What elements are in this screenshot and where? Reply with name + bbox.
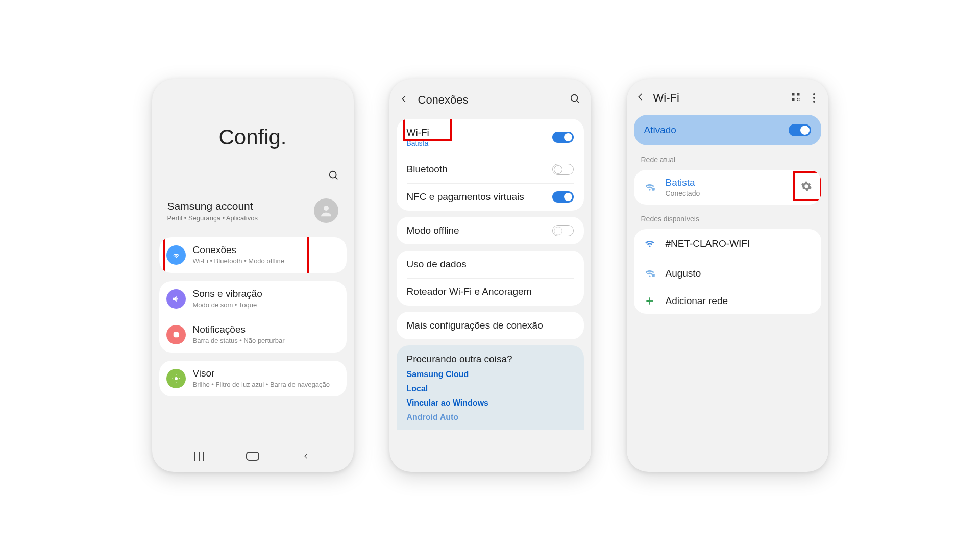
page-title: Wi-Fi <box>653 91 782 105</box>
bluetooth-toggle[interactable] <box>552 164 574 175</box>
notif-icon <box>166 325 186 344</box>
avatar[interactable] <box>314 198 338 223</box>
add-network-row[interactable]: Adicionar rede <box>634 288 821 314</box>
conn-card-2: Modo offline <box>397 217 584 244</box>
account-title: Samsung account <box>167 200 258 212</box>
account-subtitle: Perfil • Segurança • Aplicativos <box>167 214 258 222</box>
display-row[interactable]: Visor Brilho • Filtro de luz azul • Barr… <box>159 361 347 396</box>
android-navbar <box>152 443 354 472</box>
notif-text: Notificações Barra de status • Não pertu… <box>193 324 285 345</box>
samsung-account-row[interactable]: Samsung account Perfil • Segurança • Apl… <box>159 192 347 229</box>
nav-home-button[interactable] <box>246 452 259 461</box>
network-name-1: Augusto <box>666 268 701 279</box>
display-title: Visor <box>193 368 330 379</box>
page-title: Conexões <box>418 93 570 107</box>
wifi-toggle[interactable] <box>552 132 574 143</box>
nfc-title: NFC e pagamentos virtuais <box>407 191 524 203</box>
help-link-samsungcloud[interactable]: Samsung Cloud <box>407 370 574 379</box>
sound-row[interactable]: Sons e vibração Modo de som • Toque <box>159 281 347 317</box>
sound-icon <box>166 289 186 309</box>
display-sub: Brilho • Filtro de luz azul • Barra de n… <box>193 381 330 389</box>
sound-title: Sons e vibração <box>193 288 262 299</box>
more-conn-title: Mais configurações de conexão <box>407 320 543 331</box>
current-network-status: Conectado <box>666 189 700 197</box>
svg-rect-11 <box>652 188 654 190</box>
wifi-signal-secure-icon <box>643 266 656 281</box>
connections-header: Conexões <box>389 79 591 116</box>
svg-point-4 <box>175 377 178 380</box>
settings-card-display: Visor Brilho • Filtro de luz azul • Barr… <box>159 361 347 396</box>
help-link-androidauto[interactable]: Android Auto <box>407 413 574 422</box>
more-conn-row[interactable]: Mais configurações de conexão <box>397 312 584 339</box>
help-title: Procurando outra coisa? <box>407 354 574 365</box>
offline-title: Modo offline <box>407 225 459 236</box>
router-title: Roteador Wi-Fi e Ancoragem <box>407 286 532 297</box>
connections-text: Conexões Wi-Fi • Bluetooth • Modo offlin… <box>193 244 284 266</box>
page-title: Config. <box>152 125 354 149</box>
current-network-row[interactable]: Batista Conectado <box>634 170 821 205</box>
network-row-1[interactable]: Augusto <box>634 259 821 288</box>
router-row[interactable]: Roteador Wi-Fi e Ancoragem <box>397 278 584 306</box>
network-row-0[interactable]: #NET-CLARO-WIFI <box>634 229 821 259</box>
phone-connections: Conexões Wi-Fi Batista Bluetooth NFC e p… <box>389 79 591 472</box>
offline-toggle[interactable] <box>552 225 574 236</box>
offline-row[interactable]: Modo offline <box>397 217 584 244</box>
wifi-icon <box>166 245 186 265</box>
display-icon <box>166 369 186 388</box>
available-networks-label: Redes disponíveis <box>641 215 828 223</box>
notif-sub: Barra de status • Não perturbar <box>193 337 285 345</box>
account-text: Samsung account Perfil • Segurança • Apl… <box>167 200 258 222</box>
settings-card-conn: Conexões Wi-Fi • Bluetooth • Modo offlin… <box>159 237 347 273</box>
notif-title: Notificações <box>193 324 285 335</box>
bluetooth-title: Bluetooth <box>407 164 448 175</box>
wifi-master-toggle[interactable] <box>789 124 811 136</box>
sound-text: Sons e vibração Modo de som • Toque <box>193 288 262 310</box>
current-network-name: Batista <box>666 177 700 188</box>
search-icon[interactable] <box>328 170 339 183</box>
svg-rect-3 <box>173 332 179 337</box>
help-link-local[interactable]: Local <box>407 384 574 393</box>
qr-icon[interactable] <box>791 92 801 104</box>
highlight-gear <box>793 171 821 201</box>
more-icon[interactable] <box>809 93 819 103</box>
nav-back-button[interactable] <box>300 453 313 460</box>
data-row[interactable]: Uso de dados <box>397 251 584 278</box>
phone-settings: Config. Samsung account Perfil • Seguran… <box>152 79 354 472</box>
add-network-label: Adicionar rede <box>666 295 728 307</box>
help-link-windows[interactable]: Vincular ao Windows <box>407 398 574 408</box>
help-card: Procurando outra coisa? Samsung Cloud Lo… <box>397 345 584 430</box>
notif-row[interactable]: Notificações Barra de status • Não pertu… <box>159 317 347 353</box>
data-title: Uso de dados <box>407 259 467 270</box>
svg-point-9 <box>571 95 577 102</box>
nfc-row[interactable]: NFC e pagamentos virtuais <box>397 183 584 211</box>
svg-rect-12 <box>652 274 654 277</box>
connections-row[interactable]: Conexões Wi-Fi • Bluetooth • Modo offlin… <box>159 237 347 273</box>
svg-line-10 <box>576 101 579 103</box>
activated-label: Ativado <box>644 124 676 136</box>
phone-wifi: Wi-Fi Ativado Rede atual Batista Conecta… <box>627 79 828 472</box>
conn-card-3: Uso de dados Roteador Wi-Fi e Ancoragem <box>397 251 584 306</box>
back-icon[interactable] <box>636 92 645 104</box>
sound-sub: Modo de som • Toque <box>193 301 262 310</box>
wifi-row[interactable]: Wi-Fi Batista <box>397 119 584 156</box>
search-icon[interactable] <box>570 93 581 107</box>
wifi-signal-secure-icon <box>643 180 656 195</box>
available-networks-card: #NET-CLARO-WIFI Augusto Adicionar rede <box>634 229 821 314</box>
settings-card-two: Sons e vibração Modo de som • Toque Noti… <box>159 281 347 353</box>
settings-title-area: Config. <box>152 79 354 149</box>
bluetooth-row[interactable]: Bluetooth <box>397 156 584 183</box>
nfc-toggle[interactable] <box>552 191 574 203</box>
display-text: Visor Brilho • Filtro de luz azul • Barr… <box>193 368 330 389</box>
current-network-text: Batista Conectado <box>666 177 700 197</box>
conn-card-1: Wi-Fi Batista Bluetooth NFC e pagamentos… <box>397 119 584 211</box>
conn-card-4: Mais configurações de conexão <box>397 312 584 339</box>
current-network-label: Rede atual <box>641 156 828 164</box>
back-icon[interactable] <box>400 94 409 106</box>
connections-title: Conexões <box>193 244 284 256</box>
svg-line-1 <box>335 177 337 180</box>
network-name-0: #NET-CLARO-WIFI <box>666 238 750 249</box>
nav-recents-button[interactable] <box>192 452 206 461</box>
current-network-card: Batista Conectado <box>634 170 821 205</box>
wifi-activated-card[interactable]: Ativado <box>634 115 821 145</box>
wifi-signal-icon <box>643 236 656 252</box>
